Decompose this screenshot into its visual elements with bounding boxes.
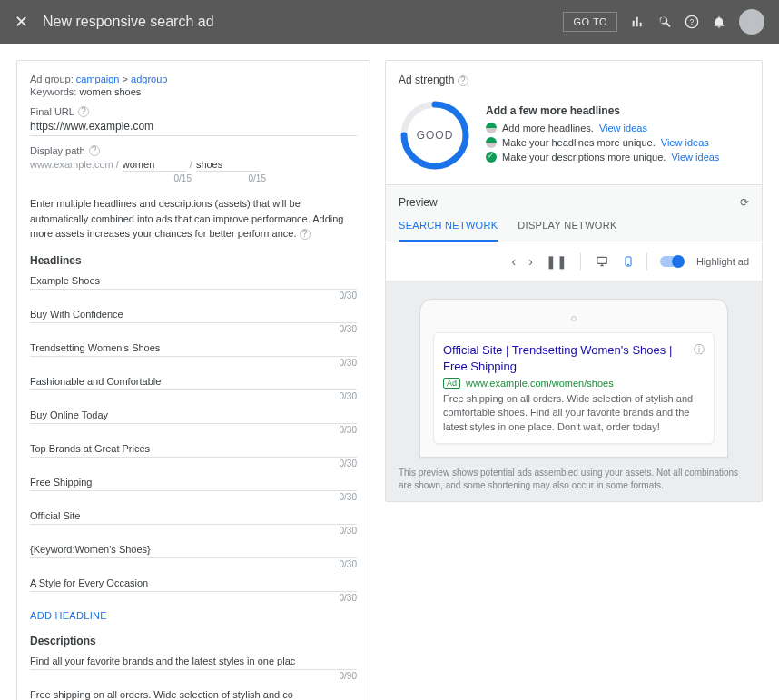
ad-form-panel: Ad group: campaign > adgroup Keywords: w… [16,60,370,700]
path2-count: 0/15 [192,173,266,183]
strength-item: Add more headlines. View ideas [486,123,719,133]
separator [580,253,581,270]
left-column: Ad group: campaign > adgroup Keywords: w… [16,60,370,700]
headlines-list: 0/300/300/300/300/300/300/300/300/300/30 [30,272,357,603]
headline-row: 0/30 [30,575,357,603]
headlines-heading: Headlines [30,254,357,267]
view-ideas-link[interactable]: View ideas [599,123,647,133]
final-url-input[interactable] [30,117,357,136]
display-slash: / [190,159,192,170]
strength-item: Make your descriptions more unique. View… [486,152,719,163]
headline-row: 0/30 [30,306,357,334]
add-headline-button[interactable]: ADD HEADLINE [30,610,107,621]
pause-icon[interactable]: ❚❚ [546,254,567,269]
view-ideas-link[interactable]: View ideas [671,152,719,163]
headline-row: 0/30 [30,407,357,435]
highlight-toggle[interactable] [660,256,684,267]
ad-badge: Ad [443,378,460,389]
headline-count: 0/30 [30,492,357,502]
preview-body: ⓘ Official Site | Trendsetting Women's S… [386,281,762,501]
close-icon[interactable]: ✕ [15,12,28,32]
headline-input[interactable] [30,340,357,357]
help-icon[interactable]: ? [78,106,89,117]
headline-input[interactable] [30,373,357,390]
preview-tabs: SEARCH NETWORK DISPLAY NETWORK [386,209,762,242]
phone-speaker-icon [571,316,577,321]
adgroup-row: Ad group: campaign > adgroup [30,74,357,84]
headline-input[interactable] [30,306,357,323]
description-input[interactable] [30,653,357,670]
info-icon[interactable]: ⓘ [694,342,705,358]
description-count: 0/90 [30,671,357,681]
headline-row: 0/30 [30,440,357,468]
path2-input[interactable] [196,158,260,172]
chevron-left-icon[interactable]: ‹ [512,254,517,269]
ad-url-row: Ad www.example.com/women/shoes [443,378,705,389]
headline-input[interactable] [30,407,357,424]
headline-input[interactable] [30,575,357,592]
ad-url: www.example.com/women/shoes [466,378,614,389]
headline-row: 0/30 [30,272,357,301]
headline-input[interactable] [30,541,357,558]
bell-icon[interactable] [712,15,726,29]
keywords-value: women shoes [79,86,141,97]
headline-input[interactable] [30,272,357,290]
headline-count: 0/30 [30,324,357,334]
svg-point-6 [627,264,628,265]
final-url-label: Final URL ? [30,106,357,117]
tab-search-network[interactable]: SEARCH NETWORK [399,220,498,242]
goto-button[interactable]: GO TO [563,12,617,32]
ad-strength-box: GOOD Add a few more headlines Add more h… [386,86,762,184]
avatar[interactable] [739,9,764,35]
strength-text: Make your descriptions more unique. [502,152,666,163]
headline-count: 0/30 [30,358,357,368]
explain-text: Enter multiple headlines and description… [30,196,357,242]
keywords-row: Keywords: women shoes [30,86,357,97]
adgroup-label: Ad group: [30,74,74,84]
view-ideas-link[interactable]: View ideas [661,137,709,148]
preview-head: Preview ⟳ [386,185,762,209]
headline-input[interactable] [30,440,357,458]
descriptions-heading: Descriptions [30,635,357,647]
adgroup-link[interactable]: adgroup [131,74,167,84]
mobile-icon[interactable] [623,254,634,269]
help-icon[interactable]: ? [89,145,100,156]
path1-input[interactable] [123,158,186,172]
display-path-row: www.example.com / / [30,158,357,172]
headline-input[interactable] [30,474,357,491]
desktop-icon[interactable] [594,255,610,268]
tab-display-network[interactable]: DISPLAY NETWORK [518,220,616,242]
headline-row: 0/30 [30,541,357,569]
wrench-icon[interactable] [657,15,672,29]
headline-input[interactable] [30,508,357,525]
ad-description: Free shipping on all orders. Wide select… [443,392,705,434]
display-path-label: Display path ? [30,145,357,156]
phone-frame: ⓘ Official Site | Trendsetting Women's S… [419,299,728,458]
headline-row: 0/30 [30,508,357,536]
headline-count: 0/30 [30,593,357,603]
campaign-link[interactable]: campaign [76,74,120,84]
svg-text:?: ? [690,17,695,26]
strength-gauge: GOOD [399,99,471,172]
headline-row: 0/30 [30,373,357,401]
preview-title: Preview [399,196,438,209]
help-icon[interactable]: ? [458,75,468,86]
headline-count: 0/30 [30,391,357,401]
strength-item: Make your headlines more unique. View id… [486,137,719,148]
half-circle-icon [486,123,497,133]
help-icon[interactable]: ? [685,15,699,29]
headline-count: 0/30 [30,559,357,569]
headline-count: 0/30 [30,291,357,301]
chevron-right-icon[interactable]: › [528,254,533,269]
display-base: www.example.com / [30,159,119,170]
headline-count: 0/30 [30,526,357,536]
headline-row: 0/30 [30,474,357,502]
description-input[interactable] [30,686,357,701]
refresh-icon[interactable]: ⟳ [740,196,749,209]
strength-heading: Add a few more headlines [486,104,719,117]
help-icon[interactable]: ? [300,229,311,240]
half-circle-icon [486,137,497,148]
bar-chart-icon[interactable] [630,15,645,29]
strength-text: Add more headlines. [502,123,594,133]
topbar: ✕ New responsive search ad GO TO ? [0,0,779,44]
